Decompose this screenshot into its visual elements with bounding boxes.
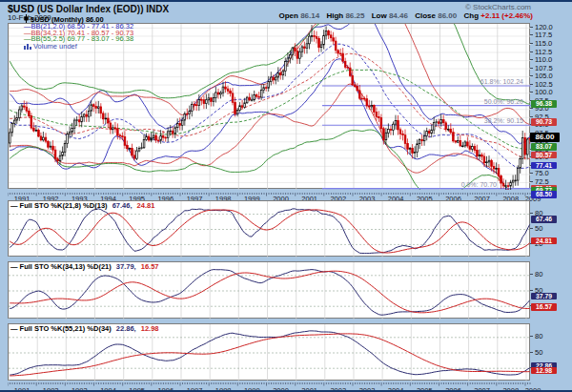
year-axis-bottom-svg: 1991199219931994199519961997199819992000… [8, 382, 572, 392]
axis-value-box: 80.57 [531, 152, 557, 159]
price-tick-label: 117.5 [535, 31, 552, 38]
high-label: High [326, 11, 343, 20]
fib-label: 50.0%: 96.20 [484, 98, 523, 105]
stoch-d-line [10, 210, 529, 253]
month-ticks [8, 382, 530, 386]
stoch1-legend: — Full STO %K(21,8) %D(13) 67.46, 24.81 [10, 201, 154, 210]
stoch3-legend: — Full STO %K(55,21) %D(34) 22.86, 12.98 [10, 324, 159, 333]
stoch-k-box: 37.79 [531, 293, 557, 300]
axis-value-box: 77.41 [531, 162, 557, 170]
volume-legend-text: Volume undef [33, 42, 77, 51]
stoch3-k-value: 22.86, [116, 324, 136, 333]
svg-text:1992: 1992 [43, 386, 59, 392]
stoch2-k-value: 37.79, [116, 262, 136, 271]
stoch-tick-label: 50 [535, 225, 542, 232]
stoch2-svg [9, 262, 531, 320]
svg-text:2006: 2006 [445, 386, 461, 392]
price-tick-label: 100.0 [535, 89, 553, 95]
ohlc-quote: Open 86.14 High 86.25 Low 84.46 Close 86… [278, 11, 533, 20]
stoch-k-line [10, 270, 529, 316]
chg-label: Chg [463, 11, 479, 20]
fib-label: 0.0%: 70.70 [461, 181, 497, 188]
price-tick-label: 112.5 [535, 49, 552, 55]
copyright: © StockCharts.com [465, 3, 531, 11]
stoch-d-box: 24.81 [531, 237, 557, 245]
svg-text:1995: 1995 [129, 386, 145, 392]
price-tick-label: 110.0 [535, 56, 552, 63]
svg-text:2009: 2009 [525, 386, 541, 392]
stoch-d-line [10, 334, 529, 376]
stoch3-axis: 80502022.8612.98 [531, 323, 572, 381]
price-tick-label: 105.0 [535, 72, 553, 79]
svg-text:2008: 2008 [502, 386, 519, 392]
svg-text:1994: 1994 [100, 386, 116, 392]
stoch2-label: — Full STO %K(34,13) %D(21) [10, 262, 112, 271]
stoch-threshold-lines [9, 276, 531, 306]
axis-value-box: 68.50 [531, 191, 557, 198]
price-tick-label: 107.5 [535, 65, 553, 72]
fib-label: 38.2%: 90.15 [484, 117, 523, 124]
svg-text:1996: 1996 [157, 386, 174, 392]
stoch-tick-label: 50 [535, 349, 542, 356]
volume-bars-icon [24, 43, 31, 50]
stoch-d-box: 12.98 [531, 367, 557, 375]
svg-text:2004: 2004 [388, 386, 404, 392]
price-axis: 72.575.077.580.082.585.087.590.092.595.0… [531, 23, 572, 189]
stoch-d-box: 16.57 [531, 303, 557, 311]
svg-text:2005: 2005 [417, 386, 433, 392]
stoch-k-box: 67.46 [531, 216, 557, 223]
stoch3-d-value: 12.98 [141, 324, 159, 333]
svg-text:1993: 1993 [72, 386, 88, 392]
price-tick-label: 72.5 [535, 178, 549, 185]
svg-text:2007: 2007 [474, 386, 490, 392]
close-value: 86.00 [438, 11, 457, 20]
open-value: 86.14 [300, 11, 319, 20]
fib-label: 61.8%: 102.24 [480, 78, 523, 85]
stoch3-svg [9, 324, 531, 382]
stoch-tick-label: 80 [535, 333, 542, 340]
last-price-box: 86.00 [530, 133, 560, 142]
year-axis-bottom: 1991199219931994199519961997199819992000… [8, 382, 572, 392]
axis-value-box: 83.07 [531, 143, 557, 151]
svg-text:2000: 2000 [273, 386, 289, 392]
stoch3-label: — Full STO %K(55,21) %D(34) [10, 324, 112, 333]
stoch-threshold-lines [9, 338, 531, 368]
price-tick-label: 102.5 [535, 81, 553, 88]
price-legend: $USD (Monthly) 86.00 —BB(21,2.0) 68.50 -… [24, 14, 133, 51]
stockcharts-monthly-usd-chart: $USD (US Dollar Index (EOD)) INDX 10-Feb… [0, 0, 572, 392]
svg-text:1999: 1999 [244, 386, 260, 392]
stoch1-label: — Full STO %K(21,8) %D(13) [10, 201, 108, 210]
stoch2-axis: 80502037.7916.57 [531, 261, 572, 319]
stoch1-axis: 80502067.4624.81 [531, 200, 572, 257]
price-tick-label: 115.0 [535, 40, 552, 47]
stoch2-d-value: 16.57 [141, 262, 159, 271]
symbol-description: (US Dollar Index (EOD)) INDX [34, 4, 169, 14]
stoch1-k-value: 67.46, [112, 201, 133, 210]
year-labels: 1991199219931994199519961997199819992000… [14, 386, 541, 392]
open-label: Open [278, 11, 297, 20]
close-label: Close [415, 11, 436, 20]
volume-legend: Volume undef [24, 43, 133, 51]
low-label: Low [372, 11, 387, 20]
axis-value-box: 96.38 [531, 100, 557, 108]
high-value: 86.25 [345, 11, 364, 20]
price-tick-label: 75.0 [535, 170, 549, 176]
stoch-tick-label: 80 [535, 271, 542, 278]
svg-text:1998: 1998 [215, 386, 232, 392]
price-tick-label: 120.0 [535, 24, 553, 31]
axis-value-box: 90.73 [531, 118, 557, 126]
svg-text:1991: 1991 [14, 386, 31, 392]
svg-text:2001: 2001 [301, 386, 317, 392]
svg-text:2002: 2002 [330, 386, 346, 392]
year-axis-top: 1991199219931994199519961997199819992000… [8, 190, 572, 200]
stoch1-d-value: 24.81 [137, 201, 155, 210]
svg-text:1997: 1997 [187, 386, 203, 392]
stoch2-legend: — Full STO %K(34,13) %D(21) 37.79, 16.57 [10, 262, 159, 271]
stoch-k-line [10, 209, 529, 254]
chg-value: +2.11 (+2.46%) [480, 11, 533, 20]
low-value: 84.46 [389, 11, 408, 20]
svg-text:2003: 2003 [359, 386, 376, 392]
